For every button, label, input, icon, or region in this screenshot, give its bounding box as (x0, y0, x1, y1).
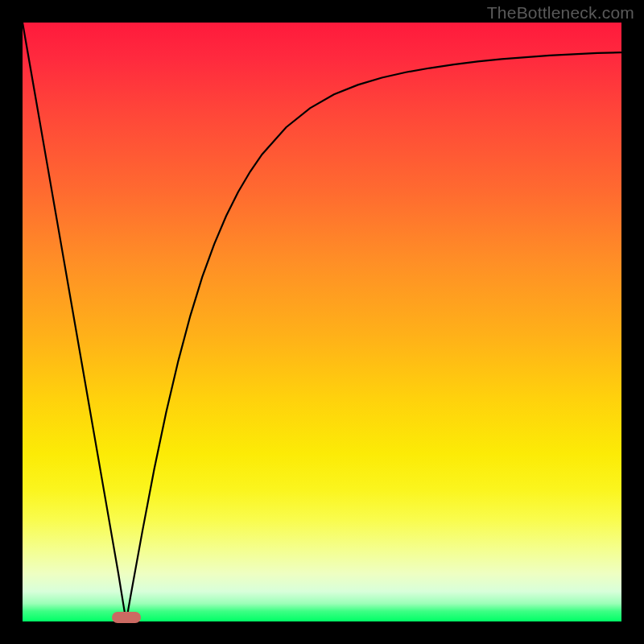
chart-frame: TheBottleneck.com (0, 0, 644, 644)
watermark-text: TheBottleneck.com (487, 3, 634, 23)
plot-area (23, 23, 621, 621)
minimum-marker (112, 612, 141, 623)
bottleneck-curve (23, 23, 621, 621)
